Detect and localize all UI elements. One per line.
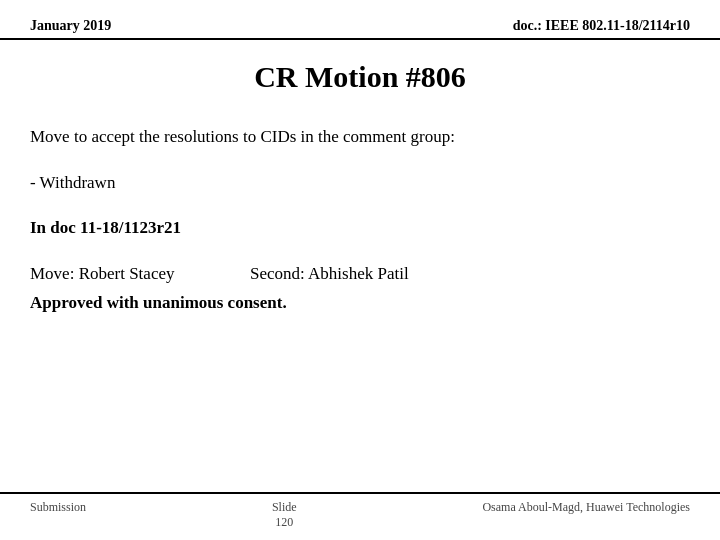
date-label: January 2019 [30, 18, 111, 34]
move-text: Move: Robert Stacey [30, 261, 250, 287]
slide-footer: Submission Slide 120 Osama Aboul-Magd, H… [0, 492, 720, 540]
footer-author: Osama Aboul-Magd, Huawei Technologies [482, 500, 690, 515]
second-text: Second: Abhishek Patil [250, 261, 409, 287]
doc-ref-text: In doc 11-18/1123r21 [30, 215, 690, 241]
withdrawn-text: - Withdrawn [30, 170, 690, 196]
slide-header: January 2019 doc.: IEEE 802.11-18/2114r1… [0, 0, 720, 40]
footer-submission: Submission [30, 500, 86, 515]
approved-text: Approved with unanimous consent. [30, 290, 690, 316]
motion-text: Move to accept the resolutions to CIDs i… [30, 124, 690, 150]
doc-label: doc.: IEEE 802.11-18/2114r10 [513, 18, 690, 34]
slide-content: Move to accept the resolutions to CIDs i… [0, 104, 720, 316]
slide: January 2019 doc.: IEEE 802.11-18/2114r1… [0, 0, 720, 540]
footer-slide-info: Slide 120 [272, 500, 297, 530]
slide-title: CR Motion #806 [30, 60, 690, 94]
move-second-row: Move: Robert Stacey Second: Abhishek Pat… [30, 261, 690, 291]
title-section: CR Motion #806 [0, 40, 720, 104]
